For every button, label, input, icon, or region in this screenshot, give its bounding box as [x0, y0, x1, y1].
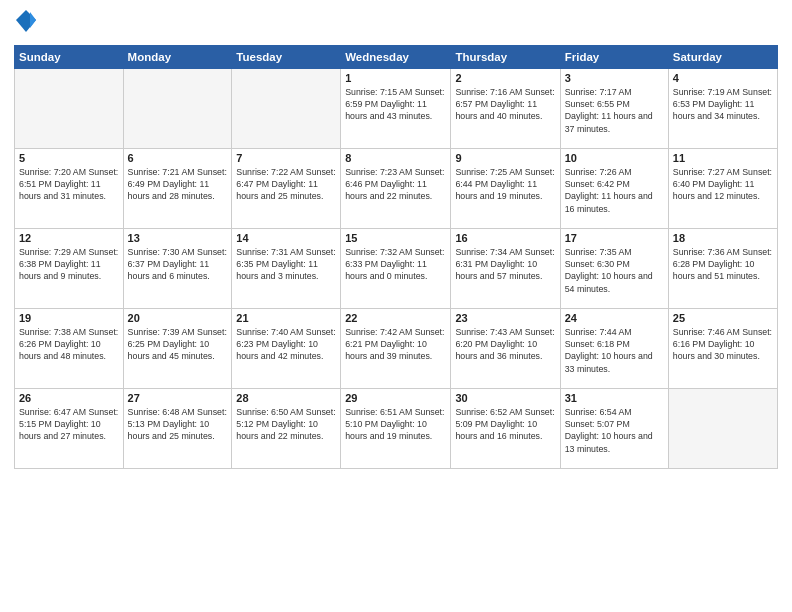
day-number: 3	[565, 72, 664, 84]
col-header-monday: Monday	[123, 45, 232, 68]
day-info: Sunrise: 7:26 AM Sunset: 6:42 PM Dayligh…	[565, 166, 664, 215]
svg-marker-1	[30, 12, 36, 28]
day-info: Sunrise: 7:43 AM Sunset: 6:20 PM Dayligh…	[455, 326, 555, 363]
day-info: Sunrise: 7:16 AM Sunset: 6:57 PM Dayligh…	[455, 86, 555, 123]
day-cell: 29Sunrise: 6:51 AM Sunset: 5:10 PM Dayli…	[341, 388, 451, 468]
day-info: Sunrise: 7:32 AM Sunset: 6:33 PM Dayligh…	[345, 246, 446, 283]
day-cell: 9Sunrise: 7:25 AM Sunset: 6:44 PM Daylig…	[451, 148, 560, 228]
day-info: Sunrise: 6:47 AM Sunset: 5:15 PM Dayligh…	[19, 406, 119, 443]
day-info: Sunrise: 7:27 AM Sunset: 6:40 PM Dayligh…	[673, 166, 773, 203]
day-info: Sunrise: 7:23 AM Sunset: 6:46 PM Dayligh…	[345, 166, 446, 203]
week-row-3: 19Sunrise: 7:38 AM Sunset: 6:26 PM Dayli…	[15, 308, 778, 388]
day-info: Sunrise: 7:21 AM Sunset: 6:49 PM Dayligh…	[128, 166, 228, 203]
day-cell: 4Sunrise: 7:19 AM Sunset: 6:53 PM Daylig…	[668, 68, 777, 148]
day-info: Sunrise: 6:48 AM Sunset: 5:13 PM Dayligh…	[128, 406, 228, 443]
day-cell	[123, 68, 232, 148]
day-cell: 19Sunrise: 7:38 AM Sunset: 6:26 PM Dayli…	[15, 308, 124, 388]
day-number: 27	[128, 392, 228, 404]
day-number: 17	[565, 232, 664, 244]
header	[14, 10, 778, 37]
day-number: 20	[128, 312, 228, 324]
col-header-wednesday: Wednesday	[341, 45, 451, 68]
day-cell: 8Sunrise: 7:23 AM Sunset: 6:46 PM Daylig…	[341, 148, 451, 228]
col-header-friday: Friday	[560, 45, 668, 68]
day-cell: 17Sunrise: 7:35 AM Sunset: 6:30 PM Dayli…	[560, 228, 668, 308]
day-number: 18	[673, 232, 773, 244]
day-cell: 12Sunrise: 7:29 AM Sunset: 6:38 PM Dayli…	[15, 228, 124, 308]
day-number: 30	[455, 392, 555, 404]
day-cell: 21Sunrise: 7:40 AM Sunset: 6:23 PM Dayli…	[232, 308, 341, 388]
week-row-4: 26Sunrise: 6:47 AM Sunset: 5:15 PM Dayli…	[15, 388, 778, 468]
day-info: Sunrise: 6:50 AM Sunset: 5:12 PM Dayligh…	[236, 406, 336, 443]
day-cell: 31Sunrise: 6:54 AM Sunset: 5:07 PM Dayli…	[560, 388, 668, 468]
day-cell: 24Sunrise: 7:44 AM Sunset: 6:18 PM Dayli…	[560, 308, 668, 388]
day-cell: 15Sunrise: 7:32 AM Sunset: 6:33 PM Dayli…	[341, 228, 451, 308]
day-number: 14	[236, 232, 336, 244]
day-cell: 20Sunrise: 7:39 AM Sunset: 6:25 PM Dayli…	[123, 308, 232, 388]
day-number: 13	[128, 232, 228, 244]
day-cell: 1Sunrise: 7:15 AM Sunset: 6:59 PM Daylig…	[341, 68, 451, 148]
day-cell: 18Sunrise: 7:36 AM Sunset: 6:28 PM Dayli…	[668, 228, 777, 308]
day-cell: 5Sunrise: 7:20 AM Sunset: 6:51 PM Daylig…	[15, 148, 124, 228]
day-number: 23	[455, 312, 555, 324]
day-number: 22	[345, 312, 446, 324]
day-cell: 14Sunrise: 7:31 AM Sunset: 6:35 PM Dayli…	[232, 228, 341, 308]
day-number: 7	[236, 152, 336, 164]
day-number: 21	[236, 312, 336, 324]
day-info: Sunrise: 7:39 AM Sunset: 6:25 PM Dayligh…	[128, 326, 228, 363]
day-cell: 11Sunrise: 7:27 AM Sunset: 6:40 PM Dayli…	[668, 148, 777, 228]
day-info: Sunrise: 7:15 AM Sunset: 6:59 PM Dayligh…	[345, 86, 446, 123]
day-number: 26	[19, 392, 119, 404]
day-info: Sunrise: 7:46 AM Sunset: 6:16 PM Dayligh…	[673, 326, 773, 363]
week-row-1: 5Sunrise: 7:20 AM Sunset: 6:51 PM Daylig…	[15, 148, 778, 228]
day-number: 29	[345, 392, 446, 404]
day-info: Sunrise: 7:19 AM Sunset: 6:53 PM Dayligh…	[673, 86, 773, 123]
day-info: Sunrise: 7:20 AM Sunset: 6:51 PM Dayligh…	[19, 166, 119, 203]
day-info: Sunrise: 7:40 AM Sunset: 6:23 PM Dayligh…	[236, 326, 336, 363]
col-header-saturday: Saturday	[668, 45, 777, 68]
day-number: 15	[345, 232, 446, 244]
day-number: 12	[19, 232, 119, 244]
day-cell: 25Sunrise: 7:46 AM Sunset: 6:16 PM Dayli…	[668, 308, 777, 388]
day-info: Sunrise: 6:54 AM Sunset: 5:07 PM Dayligh…	[565, 406, 664, 455]
day-info: Sunrise: 7:35 AM Sunset: 6:30 PM Dayligh…	[565, 246, 664, 295]
day-number: 5	[19, 152, 119, 164]
day-info: Sunrise: 7:30 AM Sunset: 6:37 PM Dayligh…	[128, 246, 228, 283]
day-cell	[232, 68, 341, 148]
day-number: 25	[673, 312, 773, 324]
day-info: Sunrise: 6:52 AM Sunset: 5:09 PM Dayligh…	[455, 406, 555, 443]
day-cell: 13Sunrise: 7:30 AM Sunset: 6:37 PM Dayli…	[123, 228, 232, 308]
day-number: 8	[345, 152, 446, 164]
day-cell: 10Sunrise: 7:26 AM Sunset: 6:42 PM Dayli…	[560, 148, 668, 228]
day-cell: 7Sunrise: 7:22 AM Sunset: 6:47 PM Daylig…	[232, 148, 341, 228]
col-header-sunday: Sunday	[15, 45, 124, 68]
day-info: Sunrise: 7:17 AM Sunset: 6:55 PM Dayligh…	[565, 86, 664, 135]
day-info: Sunrise: 7:29 AM Sunset: 6:38 PM Dayligh…	[19, 246, 119, 283]
day-cell	[668, 388, 777, 468]
day-number: 11	[673, 152, 773, 164]
day-number: 10	[565, 152, 664, 164]
day-number: 28	[236, 392, 336, 404]
day-number: 16	[455, 232, 555, 244]
col-header-thursday: Thursday	[451, 45, 560, 68]
day-cell: 27Sunrise: 6:48 AM Sunset: 5:13 PM Dayli…	[123, 388, 232, 468]
day-info: Sunrise: 7:25 AM Sunset: 6:44 PM Dayligh…	[455, 166, 555, 203]
logo	[14, 10, 36, 37]
day-info: Sunrise: 7:34 AM Sunset: 6:31 PM Dayligh…	[455, 246, 555, 283]
day-cell: 30Sunrise: 6:52 AM Sunset: 5:09 PM Dayli…	[451, 388, 560, 468]
week-row-2: 12Sunrise: 7:29 AM Sunset: 6:38 PM Dayli…	[15, 228, 778, 308]
day-number: 1	[345, 72, 446, 84]
day-cell: 26Sunrise: 6:47 AM Sunset: 5:15 PM Dayli…	[15, 388, 124, 468]
logo-icon	[16, 10, 36, 32]
day-number: 6	[128, 152, 228, 164]
header-row: SundayMondayTuesdayWednesdayThursdayFrid…	[15, 45, 778, 68]
day-info: Sunrise: 7:42 AM Sunset: 6:21 PM Dayligh…	[345, 326, 446, 363]
day-info: Sunrise: 7:22 AM Sunset: 6:47 PM Dayligh…	[236, 166, 336, 203]
day-cell: 16Sunrise: 7:34 AM Sunset: 6:31 PM Dayli…	[451, 228, 560, 308]
week-row-0: 1Sunrise: 7:15 AM Sunset: 6:59 PM Daylig…	[15, 68, 778, 148]
day-number: 4	[673, 72, 773, 84]
day-info: Sunrise: 7:38 AM Sunset: 6:26 PM Dayligh…	[19, 326, 119, 363]
day-cell: 6Sunrise: 7:21 AM Sunset: 6:49 PM Daylig…	[123, 148, 232, 228]
day-info: Sunrise: 7:44 AM Sunset: 6:18 PM Dayligh…	[565, 326, 664, 375]
col-header-tuesday: Tuesday	[232, 45, 341, 68]
